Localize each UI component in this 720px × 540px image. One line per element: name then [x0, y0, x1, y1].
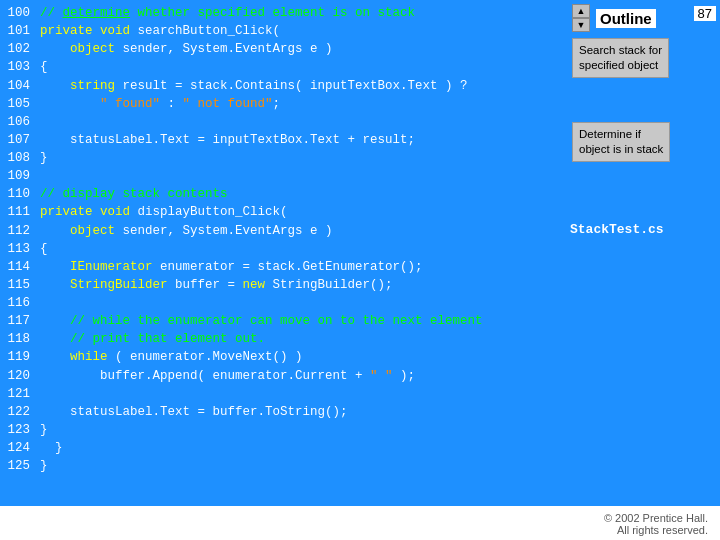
line-num: 115 — [0, 276, 38, 294]
outline-arrows: ▲ ▼ — [572, 4, 590, 32]
line-code — [38, 385, 720, 403]
table-row: 115 StringBuilder buffer = new StringBui… — [0, 276, 720, 294]
stacktest-label: StackTest.cs — [570, 222, 664, 237]
table-row: 121 — [0, 385, 720, 403]
tooltip-determine-text: Determine ifobject is in stack — [579, 128, 663, 155]
line-num: 123 — [0, 421, 38, 439]
line-num: 102 — [0, 40, 38, 58]
line-num: 121 — [0, 385, 38, 403]
line-num: 111 — [0, 203, 38, 221]
table-row: 118 // print that element out. — [0, 330, 720, 348]
line-num: 124 — [0, 439, 38, 457]
line-code: // print that element out. — [38, 330, 720, 348]
line-num: 107 — [0, 131, 38, 149]
line-num: 106 — [0, 113, 38, 131]
line-num: 114 — [0, 258, 38, 276]
line-num: 120 — [0, 367, 38, 385]
line-num: 117 — [0, 312, 38, 330]
table-row: 125 } — [0, 457, 720, 475]
line-num: 125 — [0, 457, 38, 475]
line-num: 119 — [0, 348, 38, 366]
line-num: 104 — [0, 77, 38, 95]
right-panel: ▲ ▼ Outline Search stack forspecified ob… — [568, 4, 718, 237]
line-code — [38, 294, 720, 312]
line-num: 105 — [0, 95, 38, 113]
line-code: // while the enumerator can move on to t… — [38, 312, 720, 330]
line-num: 116 — [0, 294, 38, 312]
footer-line2: All rights reserved. — [617, 524, 708, 536]
tooltip-determine: Determine ifobject is in stack — [572, 122, 670, 162]
table-row: 114 IEnumerator enumerator = stack.GetEn… — [0, 258, 720, 276]
table-row: 117 // while the enumerator can move on … — [0, 312, 720, 330]
outline-title: Outline — [596, 9, 656, 28]
line-code: buffer.Append( enumerator.Current + " " … — [38, 367, 720, 385]
table-row: 120 buffer.Append( enumerator.Current + … — [0, 367, 720, 385]
tooltip-search-text: Search stack forspecified object — [579, 44, 662, 71]
line-code: } — [38, 457, 720, 475]
line-code: StringBuilder buffer = new StringBuilder… — [38, 276, 720, 294]
line-num: 112 — [0, 222, 38, 240]
line-num: 113 — [0, 240, 38, 258]
main-container: 87 100 // determine whether specified el… — [0, 0, 720, 540]
table-row: 123 } — [0, 421, 720, 439]
line-code: { — [38, 240, 720, 258]
line-code: IEnumerator enumerator = stack.GetEnumer… — [38, 258, 720, 276]
line-code: while ( enumerator.MoveNext() ) — [38, 348, 720, 366]
line-code: } — [38, 439, 720, 457]
line-num: 110 — [0, 185, 38, 203]
footer-line1: © 2002 Prentice Hall. — [604, 512, 708, 524]
tooltip-search-stack: Search stack forspecified object — [572, 38, 669, 78]
outline-header: ▲ ▼ Outline — [572, 4, 656, 32]
arrow-up-button[interactable]: ▲ — [572, 4, 590, 18]
line-num: 101 — [0, 22, 38, 40]
table-row: 119 while ( enumerator.MoveNext() ) — [0, 348, 720, 366]
table-row: 122 statusLabel.Text = buffer.ToString()… — [0, 403, 720, 421]
table-row: 116 — [0, 294, 720, 312]
line-num: 118 — [0, 330, 38, 348]
line-num: 100 — [0, 4, 38, 22]
footer: © 2002 Prentice Hall. All rights reserve… — [0, 506, 720, 540]
line-code: } — [38, 421, 720, 439]
arrow-down-button[interactable]: ▼ — [572, 18, 590, 32]
line-num: 103 — [0, 58, 38, 76]
line-num: 108 — [0, 149, 38, 167]
table-row: 124 } — [0, 439, 720, 457]
table-row: 113 { — [0, 240, 720, 258]
line-num: 122 — [0, 403, 38, 421]
line-num: 109 — [0, 167, 38, 185]
code-area: 87 100 // determine whether specified el… — [0, 0, 720, 506]
line-code: statusLabel.Text = buffer.ToString(); — [38, 403, 720, 421]
